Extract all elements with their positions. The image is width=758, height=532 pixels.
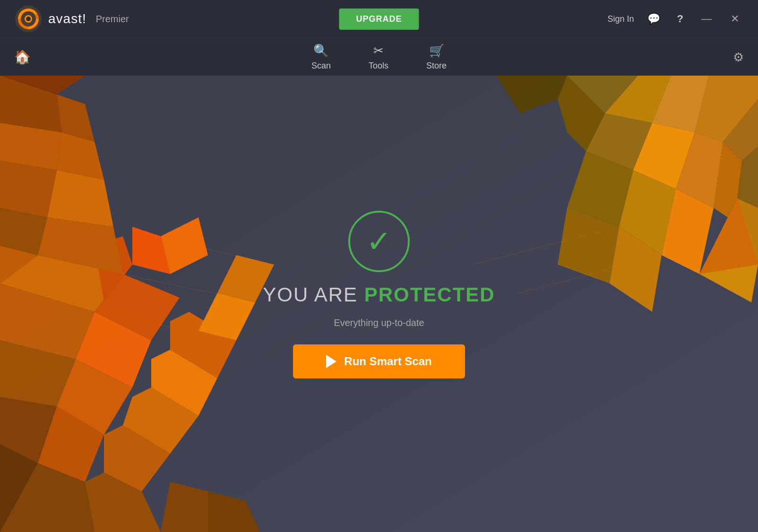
svg-marker-23 [610, 227, 662, 312]
edition-label: Premier [96, 14, 129, 25]
svg-marker-20 [496, 76, 567, 113]
svg-marker-21 [699, 198, 758, 274]
store-icon: 🛒 [429, 43, 444, 58]
svg-marker-16 [567, 151, 633, 227]
minimize-button[interactable]: — [697, 12, 716, 26]
svg-marker-31 [0, 340, 76, 406]
svg-marker-54 [198, 293, 255, 340]
svg-marker-29 [0, 444, 38, 532]
svg-marker-10 [718, 198, 758, 265]
avast-logo-icon [14, 5, 43, 33]
svg-marker-32 [0, 283, 95, 359]
svg-marker-4 [567, 76, 638, 113]
store-label: Store [426, 61, 447, 71]
svg-point-2 [26, 17, 31, 21]
svg-marker-37 [123, 387, 198, 454]
svg-marker-13 [633, 123, 695, 189]
scan-label: Scan [311, 61, 331, 71]
svg-marker-26 [57, 359, 132, 435]
tools-label: Tools [369, 61, 388, 71]
svg-marker-42 [132, 227, 170, 274]
svg-line-58 [151, 236, 274, 265]
svg-marker-9 [737, 146, 758, 208]
svg-marker-39 [170, 312, 236, 378]
svg-marker-41 [161, 482, 208, 532]
svg-marker-48 [57, 94, 95, 142]
right-controls: Sign In 💬 ? — ✕ [608, 11, 744, 27]
center-content: ✓ YOU ARE PROTECTED Everything up-to-dat… [263, 211, 495, 378]
svg-marker-43 [161, 217, 208, 274]
titlebar-nav: 🏠 🔍 Scan ✂ Tools 🛒 Store ⚙ [0, 38, 758, 76]
svg-marker-47 [57, 132, 104, 180]
status-prefix: YOU ARE [263, 283, 364, 306]
checkmark-icon: ✓ [366, 226, 392, 257]
run-smart-scan-button[interactable]: Run Smart Scan [293, 344, 465, 378]
svg-marker-35 [85, 472, 161, 532]
svg-marker-19 [558, 76, 605, 151]
main-content: ✓ YOU ARE PROTECTED Everything up-to-dat… [0, 76, 758, 532]
titlebar-top: avast! Premier UPGRADE Sign In 💬 ? — ✕ [0, 0, 758, 38]
close-button[interactable]: ✕ [726, 12, 744, 26]
svg-marker-25 [38, 406, 104, 482]
svg-marker-24 [0, 463, 95, 532]
svg-marker-22 [558, 208, 619, 283]
svg-line-56 [95, 312, 236, 340]
svg-marker-50 [0, 161, 57, 217]
svg-marker-45 [38, 217, 123, 274]
svg-marker-11 [699, 241, 758, 302]
svg-marker-18 [662, 189, 714, 274]
play-icon [326, 355, 336, 368]
svg-marker-36 [104, 425, 170, 491]
tools-icon: ✂ [373, 43, 384, 58]
home-button[interactable]: 🏠 [14, 49, 31, 65]
svg-line-60 [520, 255, 662, 293]
svg-marker-30 [0, 397, 57, 463]
svg-marker-5 [605, 76, 671, 123]
status-subtitle: Everything up-to-date [334, 317, 424, 328]
scan-icon: 🔍 [313, 43, 328, 58]
svg-marker-7 [695, 76, 758, 142]
settings-button[interactable]: ⚙ [733, 50, 744, 64]
chat-button[interactable]: 💬 [644, 11, 664, 27]
logo-area: avast! Premier [14, 5, 129, 33]
svg-marker-15 [714, 142, 742, 217]
svg-marker-51 [0, 123, 61, 170]
nav-store[interactable]: 🛒 Store [426, 43, 447, 71]
help-button[interactable]: ? [673, 11, 687, 27]
status-highlight: PROTECTED [364, 283, 495, 306]
svg-marker-53 [0, 76, 85, 94]
svg-marker-49 [0, 208, 47, 255]
svg-marker-28 [95, 274, 180, 340]
protected-status-circle: ✓ [348, 211, 410, 272]
svg-marker-27 [76, 312, 151, 387]
svg-marker-6 [652, 76, 709, 132]
svg-marker-34 [0, 246, 38, 283]
svg-marker-17 [619, 170, 676, 255]
nav-tools[interactable]: ✂ Tools [369, 43, 388, 71]
svg-marker-14 [676, 132, 723, 208]
svg-marker-46 [47, 170, 113, 227]
upgrade-button[interactable]: UPGRADE [339, 9, 419, 30]
svg-marker-52 [0, 76, 61, 132]
svg-marker-44 [95, 236, 132, 302]
status-heading: YOU ARE PROTECTED [263, 283, 495, 306]
svg-line-57 [123, 274, 255, 302]
svg-marker-12 [586, 113, 652, 170]
svg-marker-40 [208, 491, 260, 532]
sign-in-link[interactable]: Sign In [608, 14, 634, 24]
svg-marker-8 [723, 99, 758, 161]
nav-scan[interactable]: 🔍 Scan [311, 43, 331, 71]
scan-button-label: Run Smart Scan [344, 355, 431, 368]
brand-label: avast! [48, 11, 86, 26]
svg-marker-38 [151, 350, 217, 416]
svg-marker-33 [0, 255, 123, 312]
